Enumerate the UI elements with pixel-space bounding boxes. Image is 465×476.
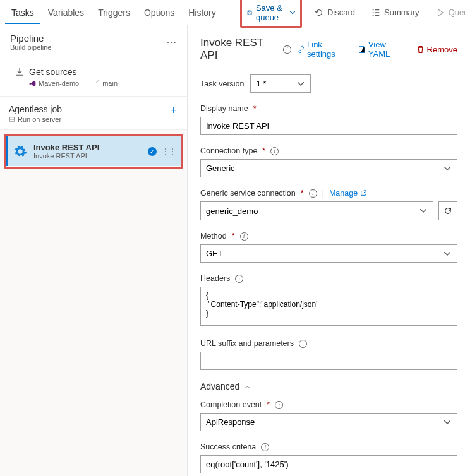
link-icon: [298, 45, 305, 54]
get-sources-label: Get sources: [29, 67, 76, 77]
pipeline-subtitle: Build pipeline: [10, 44, 51, 51]
advanced-section-toggle[interactable]: Advanced ︿: [200, 381, 457, 391]
gear-icon: [13, 145, 27, 158]
pipeline-header[interactable]: Pipeline Build pipeline ···: [0, 25, 187, 59]
success-criteria-label: Success criteria: [200, 443, 256, 451]
pipeline-title: Pipeline: [10, 33, 51, 44]
task-subtitle: Invoke REST API: [33, 152, 99, 160]
headers-input[interactable]: { "Content-Type":"application/json" }: [200, 287, 457, 326]
task-version-select[interactable]: 1.*: [250, 74, 311, 93]
form-title: Invoke REST API: [200, 37, 277, 62]
save-icon: [247, 8, 252, 17]
discard-label: Discard: [327, 8, 355, 17]
external-icon: [360, 190, 366, 196]
summary-button[interactable]: Summary: [368, 5, 423, 20]
task-title: Invoke REST API: [33, 143, 99, 152]
generic-connection-label: Generic service connection: [200, 189, 296, 198]
queue-label: Queue: [449, 8, 465, 17]
tab-history[interactable]: History: [182, 1, 222, 24]
remove-button[interactable]: Remove: [416, 40, 457, 59]
headers-label: Headers: [200, 274, 230, 283]
manage-link[interactable]: Manage: [329, 189, 366, 198]
add-task-button[interactable]: +: [170, 104, 177, 117]
view-yaml-button[interactable]: View YAML: [358, 40, 404, 59]
method-label: Method: [200, 232, 227, 241]
repo-name: Maven-demo: [29, 80, 79, 87]
yaml-icon: [358, 45, 365, 54]
task-valid-icon: ✓: [148, 147, 157, 156]
info-icon[interactable]: i: [240, 232, 248, 241]
task-invoke-rest-api[interactable]: Invoke REST API Invoke REST API ✓ ⋮⋮: [6, 136, 181, 166]
branch-name: ᚶ main: [95, 80, 118, 87]
info-icon[interactable]: i: [270, 147, 279, 155]
url-suffix-input[interactable]: [200, 352, 457, 370]
method-select[interactable]: GET: [200, 244, 457, 263]
save-queue-label: Save & queue: [256, 3, 286, 22]
save-queue-button[interactable]: Save & queue: [243, 1, 299, 25]
tab-triggers[interactable]: Triggers: [92, 1, 136, 24]
task-version-label: Task version: [200, 80, 244, 88]
display-name-label: Display name: [200, 104, 248, 113]
connection-type-label: Connection type: [200, 146, 257, 155]
play-icon: [436, 8, 445, 17]
agentless-title: Agentless job: [9, 104, 62, 114]
get-sources-row[interactable]: Get sources Maven-demo ᚶ main: [0, 59, 187, 97]
server-icon: [9, 116, 15, 122]
right-panel: Invoke REST API i Link settings View YAM…: [188, 25, 465, 476]
vs-icon: [29, 80, 36, 87]
discard-button[interactable]: Discard: [311, 5, 359, 20]
download-icon: [15, 68, 24, 76]
completion-event-select[interactable]: ApiResponse: [200, 413, 457, 431]
info-icon[interactable]: i: [283, 45, 291, 54]
summary-label: Summary: [384, 8, 420, 17]
url-suffix-label: URL suffix and parameters: [200, 339, 294, 348]
completion-event-label: Completion event: [200, 400, 262, 409]
generic-connection-select[interactable]: generic_demo: [200, 201, 433, 220]
chevron-down-icon: [290, 8, 295, 17]
info-icon[interactable]: i: [235, 275, 243, 283]
connection-type-select[interactable]: Generic: [200, 159, 457, 177]
info-icon[interactable]: i: [299, 340, 307, 348]
left-panel: Pipeline Build pipeline ··· Get sources …: [0, 25, 188, 476]
info-icon[interactable]: i: [261, 443, 269, 451]
undo-icon: [315, 8, 323, 17]
trash-icon: [416, 45, 425, 54]
tab-variables[interactable]: Variables: [42, 1, 90, 24]
info-icon[interactable]: i: [309, 189, 317, 198]
info-icon[interactable]: i: [275, 401, 283, 409]
agentless-job-row[interactable]: Agentless job Run on server +: [0, 97, 187, 130]
refresh-button[interactable]: [438, 201, 457, 220]
refresh-icon: [444, 206, 452, 215]
advanced-label: Advanced: [200, 381, 239, 391]
link-settings-button[interactable]: Link settings: [298, 40, 347, 59]
display-name-input[interactable]: [200, 117, 457, 135]
branch-icon: ᚶ: [95, 80, 100, 87]
pipeline-more-button[interactable]: ···: [167, 37, 177, 48]
success-criteria-input[interactable]: [200, 455, 457, 473]
tab-tasks[interactable]: Tasks: [5, 1, 40, 24]
agentless-sub: Run on server: [18, 116, 61, 123]
queue-button: Queue: [432, 5, 465, 20]
chevron-up-icon: ︿: [245, 382, 251, 391]
list-icon: [371, 8, 380, 17]
tab-options[interactable]: Options: [138, 1, 181, 24]
drag-handle[interactable]: ⋮⋮: [162, 150, 176, 153]
